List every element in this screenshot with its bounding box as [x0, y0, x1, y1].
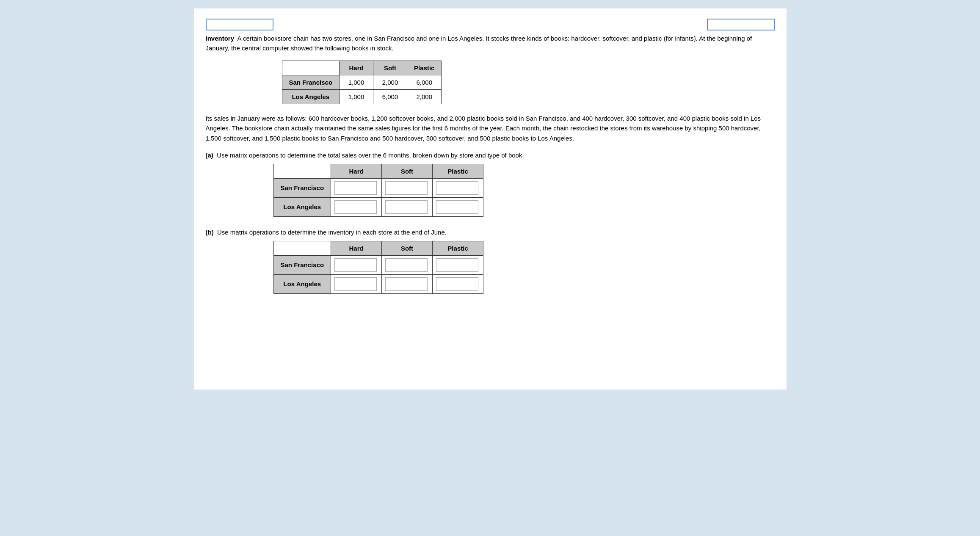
part-a-la-plastic-input[interactable]	[436, 200, 478, 214]
part-a-header-plastic: Plastic	[433, 164, 483, 178]
intro-text: A certain bookstore chain has two stores…	[206, 35, 752, 52]
part-b-table-wrapper: Hard Soft Plastic San Francisco	[273, 241, 775, 294]
part-b-la-plastic-input[interactable]	[436, 277, 478, 291]
part-a-la-soft-cell	[382, 197, 433, 216]
part-b-label: (b) Use matrix operations to determine t…	[206, 229, 447, 236]
part-a-sf-soft-cell	[382, 178, 433, 197]
part-b-la-soft-input[interactable]	[385, 277, 428, 291]
row-sf-label: San Francisco	[282, 75, 340, 90]
part-a-label: (a) Use matrix operations to determine t…	[206, 152, 524, 159]
part-a-sf-soft-input[interactable]	[385, 181, 428, 195]
part-a-question: (a) Use matrix operations to determine t…	[206, 152, 775, 159]
part-a-row-la: Los Angeles	[273, 197, 331, 216]
part-b-row-sf: San Francisco	[273, 255, 331, 274]
sf-plastic: 6,000	[407, 75, 442, 90]
part-b-table: Hard Soft Plastic San Francisco	[273, 241, 484, 294]
part-a-table-wrapper: Hard Soft Plastic San Francisco	[273, 164, 775, 217]
table-row: San Francisco 1,000 2,000 6,000	[282, 75, 442, 90]
initial-inventory-table: Hard Soft Plastic San Francisco 1,000 2,…	[282, 61, 442, 104]
page-container: Inventory A certain bookstore chain has …	[194, 8, 787, 390]
part-b-sf-soft-cell	[382, 255, 433, 274]
part-b-sf-hard-input[interactable]	[334, 258, 377, 272]
part-a-sf-plastic-cell	[433, 178, 483, 197]
sf-hard: 1,000	[340, 75, 373, 90]
part-a-header-soft: Soft	[382, 164, 433, 178]
initial-table-wrapper: Hard Soft Plastic San Francisco 1,000 2,…	[282, 61, 775, 104]
part-a-table: Hard Soft Plastic San Francisco	[273, 164, 484, 217]
table-row: San Francisco	[273, 178, 483, 197]
sf-soft: 2,000	[373, 75, 407, 90]
table-row: Los Angeles	[273, 274, 483, 293]
part-a-la-plastic-cell	[433, 197, 483, 216]
part-b-header-soft: Soft	[382, 241, 433, 255]
intro-paragraph: Inventory A certain bookstore chain has …	[206, 34, 775, 53]
part-a-row-sf: San Francisco	[273, 178, 331, 197]
empty-header-a	[273, 164, 331, 178]
part-a-la-hard-input[interactable]	[334, 200, 377, 214]
part-a-la-hard-cell	[331, 197, 382, 216]
part-b-la-soft-cell	[382, 274, 433, 293]
table-row: San Francisco	[273, 255, 483, 274]
la-plastic: 2,000	[407, 90, 442, 104]
part-b-sf-plastic-input[interactable]	[436, 258, 478, 272]
empty-header-b	[273, 241, 331, 255]
part-b-header-plastic: Plastic	[433, 241, 483, 255]
part-b-sf-hard-cell	[331, 255, 382, 274]
initial-header-plastic: Plastic	[407, 61, 442, 75]
top-left-input[interactable]	[206, 19, 273, 30]
table-row: Los Angeles	[273, 197, 483, 216]
top-right-input[interactable]	[707, 19, 775, 30]
la-soft: 6,000	[373, 90, 407, 104]
part-b-row-la: Los Angeles	[273, 274, 331, 293]
part-a-sf-plastic-input[interactable]	[436, 181, 478, 195]
initial-header-soft: Soft	[373, 61, 407, 75]
table-row: Los Angeles 1,000 6,000 2,000	[282, 90, 442, 104]
part-b-question: (b) Use matrix operations to determine t…	[206, 229, 775, 236]
part-b-sf-plastic-cell	[433, 255, 483, 274]
part-a-sf-hard-input[interactable]	[334, 181, 377, 195]
part-b-la-hard-cell	[331, 274, 382, 293]
problem-title: Inventory	[206, 35, 235, 42]
part-a-la-soft-input[interactable]	[385, 200, 428, 214]
part-b-la-plastic-cell	[433, 274, 483, 293]
part-b-sf-soft-input[interactable]	[385, 258, 428, 272]
part-b-header-hard: Hard	[331, 241, 382, 255]
body-paragraph: Its sales in January were as follows: 60…	[206, 113, 775, 143]
top-inputs-row	[206, 19, 775, 30]
row-la-label: Los Angeles	[282, 90, 340, 104]
part-a-header-hard: Hard	[331, 164, 382, 178]
part-b-la-hard-input[interactable]	[334, 277, 377, 291]
empty-header	[282, 61, 340, 75]
initial-header-hard: Hard	[340, 61, 373, 75]
part-a-sf-hard-cell	[331, 178, 382, 197]
la-hard: 1,000	[340, 90, 373, 104]
